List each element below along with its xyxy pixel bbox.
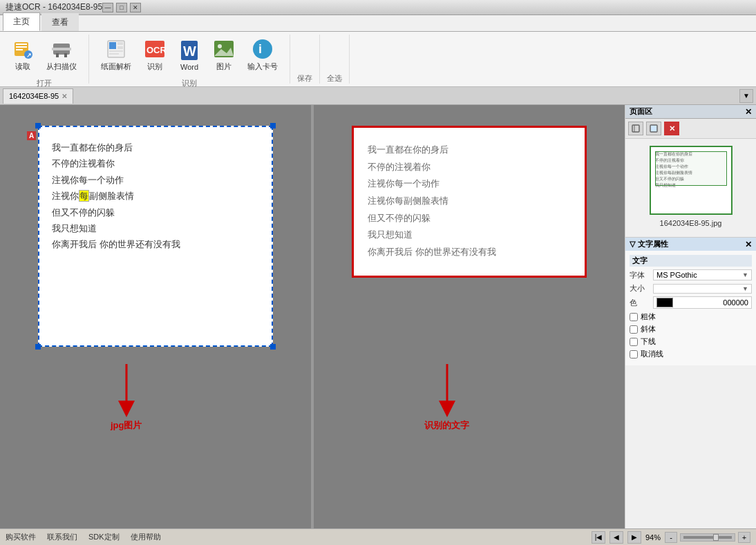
source-line-3: 注视你每一个动作 [52, 172, 259, 188]
zoom-slider[interactable] [680, 533, 735, 542]
svg-rect-2 [16, 46, 27, 48]
tab-view[interactable]: 查看 [41, 13, 79, 31]
identify-buttons: 纸面解析 OCR 识别 W Word [96, 35, 283, 75]
underline-label: 下线 [641, 336, 656, 347]
svg-rect-9 [64, 53, 67, 57]
bold-row: 粗体 [630, 312, 752, 322]
italic-row: 斜体 [630, 324, 752, 334]
svg-rect-7 [52, 48, 71, 50]
font-value: MS PGothic [656, 271, 697, 279]
source-line-7: 你离开我后 你的世界还有没有我 [52, 236, 259, 252]
jpg-annotation: jpg图片 [111, 364, 142, 432]
thumbnail-label: 1642034E8-95.jpg [660, 219, 722, 227]
expand-icon: ▽ [630, 240, 635, 249]
zoom-controls: - + [665, 532, 750, 543]
right-sidebar: 页面区 ✕ ✕ 我一直都在你的身后 不停的注视着你 注视你每一个动作 [625, 105, 756, 528]
zoom-percent: 94% [645, 533, 661, 542]
ocr-label: 识别 [147, 61, 162, 72]
jpg-arrow-svg [116, 364, 137, 419]
doc-tab-close[interactable]: ✕ [62, 93, 67, 100]
svg-rect-15 [109, 53, 119, 55]
scan-label: 从扫描仪 [46, 61, 77, 72]
main-content: A 我一直都在你的身后 不停的注视着你 注视你每一个动作 注视你每副侧脸表情 但… [0, 105, 756, 528]
rec-line-3: 注视你每一个动作 [368, 175, 571, 193]
page-thumbnail[interactable]: 我一直都在你的身后 不停的注视着你 注视你每一个动作 注视你每副侧脸表情 但又不… [650, 146, 733, 215]
minimize-btn[interactable]: — [102, 3, 113, 12]
ocr-button[interactable]: OCR 识别 [139, 35, 171, 75]
text-props-close[interactable]: ✕ [745, 240, 752, 249]
source-line-1: 我一直都在你的身后 [52, 140, 259, 155]
image-button[interactable]: 图片 [208, 35, 240, 75]
contact-link[interactable]: 联系我们 [47, 532, 77, 542]
tab-home[interactable]: 主页 [3, 12, 40, 31]
sdk-link[interactable]: SDK定制 [88, 532, 120, 542]
image-label: 图片 [216, 61, 231, 72]
zoom-plus-btn[interactable]: + [738, 532, 750, 543]
read-button[interactable]: ↗ 读取 [7, 35, 39, 75]
text-properties-panel: ▽ 文字属性 ✕ 文字 字体 MS PGothic ▼ 大小 [625, 237, 756, 365]
svg-text:OCR: OCR [147, 45, 166, 55]
strikeout-checkbox[interactable] [630, 350, 638, 358]
italic-checkbox[interactable] [630, 325, 638, 334]
strikeout-label: 取消线 [641, 349, 663, 359]
page-next-btn[interactable]: ▶ [627, 531, 641, 544]
right-view-panel: 我一直都在你的身后 不停的注视着你 注视你每一个动作 注视你每副侧脸表情 但又不… [314, 105, 625, 528]
sidebar-btn-1[interactable] [628, 122, 643, 135]
zoom-minus-btn[interactable]: - [665, 532, 677, 543]
maximize-btn[interactable]: □ [116, 3, 127, 12]
help-link[interactable]: 使用帮助 [131, 532, 161, 542]
ocr-annotation: 识别的文字 [424, 364, 469, 432]
rec-line-2: 不停的注视着你 [368, 159, 571, 176]
page-thumbnail-area: 我一直都在你的身后 不停的注视着你 注视你每一个动作 注视你每副侧脸表情 但又不… [625, 139, 756, 234]
ribbon-group-open: ↗ 读取 从扫描仪 打开 [0, 35, 89, 84]
color-swatch [656, 298, 673, 307]
strikeout-row: 取消线 [630, 349, 752, 359]
sidebar-btn-3[interactable]: ✕ [664, 122, 679, 135]
svg-rect-31 [650, 125, 657, 132]
card-label: 输入卡号 [247, 61, 278, 72]
highlight-char: 每 [79, 190, 89, 202]
save-group-label: 保存 [297, 73, 312, 84]
size-val[interactable]: ▼ [653, 284, 752, 294]
scan-button[interactable]: 从扫描仪 [41, 35, 82, 75]
doc-tab-label: 1642034E8-95 [9, 92, 59, 100]
underline-checkbox[interactable] [630, 338, 638, 346]
font-row: 字体 MS PGothic ▼ [630, 269, 752, 280]
buy-link[interactable]: 购买软件 [6, 532, 36, 542]
svg-rect-8 [56, 53, 59, 57]
page-first-btn[interactable]: |◀ [592, 531, 605, 544]
page-prev-btn[interactable]: ◀ [609, 531, 623, 544]
svg-text:i: i [258, 42, 262, 56]
doc-bar-arrow[interactable]: ▼ [739, 89, 753, 103]
svg-rect-12 [117, 42, 123, 45]
source-line-6: 我只想知道 [52, 220, 259, 236]
sidebar-top-controls: ✕ [625, 119, 756, 139]
recognized-text-block: 我一直都在你的身后 不停的注视着你 注视你每一个动作 注视你每副侧脸表情 但又不… [368, 142, 571, 261]
word-button[interactable]: W Word [173, 36, 205, 75]
card-button[interactable]: i 输入卡号 [243, 35, 283, 75]
doc-bar: 1642034E8-95 ✕ ▼ [0, 87, 756, 105]
left-view-panel: A 我一直都在你的身后 不停的注视着你 注视你每一个动作 注视你每副侧脸表情 但… [0, 105, 311, 528]
layout-button[interactable]: 纸面解析 [96, 35, 136, 75]
color-val[interactable]: 000000 [653, 296, 752, 309]
svg-point-23 [253, 39, 272, 59]
ribbon-group-identify: 纸面解析 OCR 识别 W Word [89, 35, 290, 84]
center-area: A 我一直都在你的身后 不停的注视着你 注视你每一个动作 注视你每副侧脸表情 但… [0, 105, 625, 528]
font-dropdown-arrow: ▼ [742, 271, 748, 278]
read-label: 读取 [15, 61, 30, 72]
close-btn[interactable]: ✕ [130, 3, 141, 12]
bold-checkbox[interactable] [630, 313, 638, 321]
page-panel-close[interactable]: ✕ [745, 107, 752, 117]
size-key: 大小 [630, 283, 650, 294]
doc-tab[interactable]: 1642034E8-95 ✕ [3, 88, 73, 104]
layout-label: 纸面解析 [101, 61, 131, 72]
sidebar-btn-2[interactable] [646, 122, 661, 135]
source-text-block: 我一直都在你的身后 不停的注视着你 注视你每一个动作 注视你每副侧脸表情 但又不… [52, 140, 259, 253]
rec-line-6: 我只想知道 [368, 227, 571, 244]
svg-text:↗: ↗ [26, 52, 32, 59]
source-page: A 我一直都在你的身后 不停的注视着你 注视你每一个动作 注视你每副侧脸表情 但… [38, 126, 273, 347]
scan-icon [50, 38, 73, 60]
source-line-5: 但又不停的闪躲 [52, 204, 259, 220]
font-val[interactable]: MS PGothic ▼ [653, 269, 752, 280]
font-key: 字体 [630, 270, 650, 280]
